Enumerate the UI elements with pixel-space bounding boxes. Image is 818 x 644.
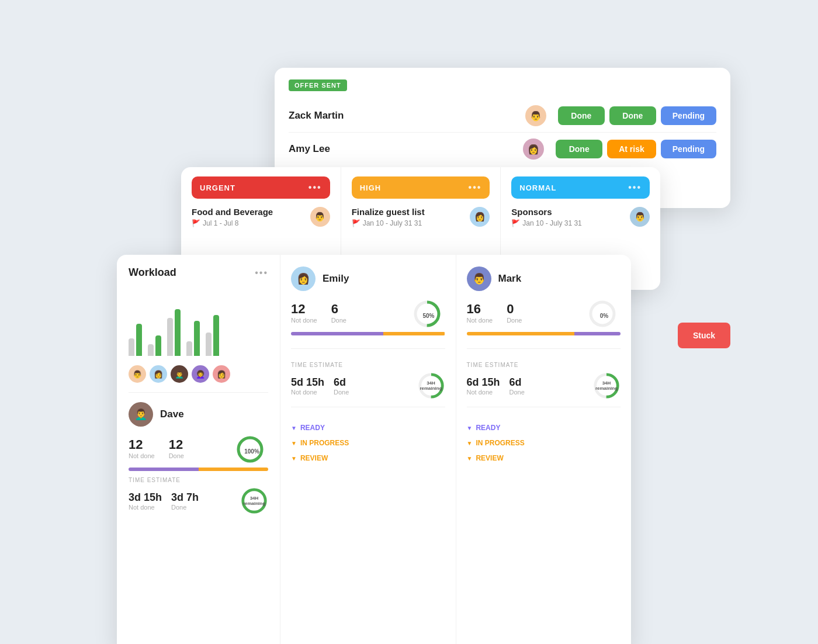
bar-green-2 — [155, 335, 161, 356]
wl-avatar-3: 👨‍🦱 — [171, 365, 188, 383]
high-task-title: Finalize guest list — [352, 207, 425, 217]
emily-time: TIME ESTIMATE 5d 15h Not done 6d Done — [291, 362, 445, 400]
emily-panel: 👩 Emily 12 Not done 6 Done — [280, 255, 456, 644]
side-badge-stuck-2-wrap: Stuck — [678, 319, 730, 352]
mark-donut-label: 0% — [600, 313, 608, 319]
amy-badge-1: Done — [556, 140, 602, 158]
dave-time-done-label: Done — [171, 504, 199, 511]
emily-review[interactable]: ▼ REVIEW — [291, 451, 445, 466]
bar-gray-3 — [167, 318, 173, 356]
mark-done-num: 0 — [507, 302, 522, 317]
normal-flag-icon: 🚩 — [511, 219, 520, 227]
main-card: Workload ••• — [117, 255, 631, 644]
amy-badge-3: Pending — [661, 140, 716, 158]
mark-not-done-num: 16 — [467, 302, 493, 317]
bar-group-4 — [186, 303, 200, 356]
mark-time-donut: 34Hremaining — [592, 372, 621, 400]
normal-dots: ••• — [628, 182, 642, 193]
workload-title: Workload — [129, 266, 176, 279]
bar-green-5 — [213, 315, 219, 356]
dave-header: 👨‍🦱 Dave — [129, 402, 268, 427]
mark-ready[interactable]: ▼ READY — [467, 420, 621, 435]
dave-time-notdone-label: Not done — [129, 504, 162, 511]
wl-avatar-2: 👩 — [150, 365, 167, 383]
bar-gray-5 — [206, 333, 212, 356]
emily-review-chevron: ▼ — [291, 455, 297, 462]
kanban-header-urgent: URGENT ••• — [192, 176, 330, 199]
emily-in-progress[interactable]: ▼ IN PROGRESS — [291, 435, 445, 451]
mark-ready-chevron: ▼ — [467, 425, 473, 431]
mark-time-notdone: 6d 15h — [467, 376, 500, 389]
normal-task: Sponsors 🚩 Jan 10 - July 31 31 👨 — [511, 207, 650, 227]
offer-row-zack: Zack Martin 👨 Done Done Pending — [289, 99, 716, 133]
normal-task-avatar: 👨 — [630, 207, 650, 227]
mark-not-done-label: Not done — [467, 317, 493, 324]
amy-badges: Done At risk Pending — [556, 140, 716, 158]
dave-name: Dave — [160, 408, 184, 420]
dave-done-num: 12 — [169, 437, 184, 452]
bar-gray-1 — [129, 338, 134, 356]
left-panel: Workload ••• — [117, 255, 280, 644]
amy-avatar: 👩 — [523, 139, 544, 160]
mark-time-label: 34Hremaining — [595, 380, 618, 391]
dave-time-label: 34Hremaining — [243, 496, 265, 506]
mark-time: TIME ESTIMATE 6d 15h Not done 6d Done — [467, 362, 621, 400]
high-flag-icon: 🚩 — [352, 219, 361, 227]
right-panels: 👩 Emily 12 Not done 6 Done — [280, 255, 631, 644]
zack-name: Zack Martin — [289, 110, 525, 122]
bar-group-3 — [167, 303, 181, 356]
bar-green-1 — [136, 324, 142, 356]
dave-done-label: Done — [169, 452, 184, 459]
urgent-task-avatar: 👨 — [310, 207, 330, 227]
emily-avatar: 👩 — [291, 266, 316, 291]
bar-group-1 — [129, 303, 142, 356]
bar-green-4 — [194, 321, 200, 356]
wl-avatar-1: 👨 — [129, 365, 146, 383]
emily-donut-label: 50% — [422, 313, 434, 319]
high-dots: ••• — [469, 182, 482, 193]
emily-done-label: Done — [331, 317, 346, 324]
normal-task-date: 🚩 Jan 10 - July 31 31 — [511, 219, 581, 227]
side-badge-stuck-2: Stuck — [678, 323, 730, 348]
mark-avatar: 👨 — [467, 266, 491, 291]
mark-review[interactable]: ▼ REVIEW — [467, 451, 621, 466]
dave-donut: 100% — [235, 435, 268, 468]
emily-ready[interactable]: ▼ READY — [291, 420, 445, 435]
dave-stats: 12 Not done 12 Done — [129, 437, 184, 459]
mark-in-progress[interactable]: ▼ IN PROGRESS — [467, 435, 621, 451]
high-label: HIGH — [360, 183, 382, 192]
emily-time-notdone: 5d 15h — [291, 376, 324, 389]
mark-time-title: TIME ESTIMATE — [467, 362, 621, 368]
offer-badge: OFFER SENT — [289, 79, 347, 91]
urgent-task-date: 🚩 Jul 1 - Jul 8 — [192, 219, 273, 227]
workload-avatar-row: 👨 👩 👨‍🦱 👩‍🦱 👩 — [129, 365, 268, 383]
mark-time-done: 6d — [509, 376, 525, 389]
mark-progress-chevron: ▼ — [467, 440, 473, 446]
dave-donut-label: 100% — [244, 448, 259, 455]
amy-name: Amy Lee — [289, 143, 523, 155]
offer-row-amy: Amy Lee 👩 Done At risk Pending — [289, 133, 716, 165]
zack-badge-1: Done — [558, 106, 605, 125]
bar-gray-2 — [148, 344, 154, 356]
urgent-task: Food and Beverage 🚩 Jul 1 - Jul 8 👨 — [192, 207, 330, 227]
dave-avatar: 👨‍🦱 — [129, 402, 153, 427]
bar-group-2 — [148, 303, 161, 356]
normal-task-title: Sponsors — [511, 207, 581, 217]
urgent-dots: ••• — [309, 182, 322, 193]
urgent-task-title: Food and Beverage — [192, 207, 273, 217]
emily-time-done: 6d — [334, 376, 349, 389]
mark-done-label: Done — [507, 317, 522, 324]
zack-badges: Done Done Pending — [558, 106, 716, 125]
mark-progress — [467, 332, 621, 335]
dave-not-done-label: Not done — [129, 452, 155, 459]
kanban-header-high: HIGH ••• — [352, 176, 490, 199]
dave-time: TIME ESTIMATE 3d 15h Not done 3d 7h Done — [129, 477, 268, 515]
high-task: Finalize guest list 🚩 Jan 10 - July 31 3… — [352, 207, 490, 227]
dave-progress — [129, 468, 268, 471]
mark-name: Mark — [498, 273, 522, 285]
emily-ready-chevron: ▼ — [291, 425, 297, 431]
emily-donut: 50% — [413, 299, 445, 332]
dave-time-title: TIME ESTIMATE — [129, 477, 268, 483]
dave-time-done: 3d 7h — [171, 491, 199, 504]
zack-avatar: 👨 — [525, 105, 546, 126]
